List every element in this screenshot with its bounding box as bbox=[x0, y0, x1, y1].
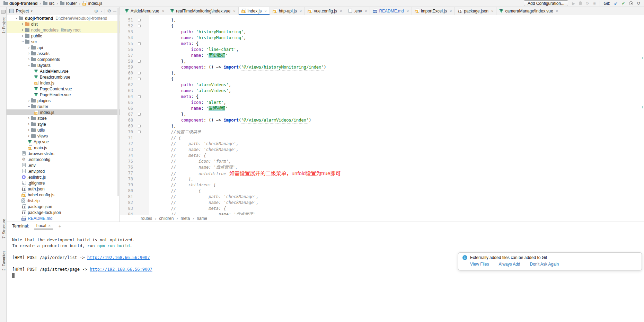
tree-item-readme-md[interactable]: MDREADME.md bbox=[6, 215, 120, 221]
usage-stripe-mark[interactable] bbox=[642, 106, 643, 108]
tab-http-api-js[interactable]: JShttp-api.js× bbox=[270, 7, 305, 15]
add-configuration-button[interactable]: Add Configuration... bbox=[524, 0, 568, 6]
tool-strip-favorites[interactable]: 2: Favorites bbox=[0, 251, 6, 270]
tab-asidemenu-vue[interactable]: AsideMenu.vue× bbox=[122, 7, 167, 15]
fold-marker-icon[interactable] bbox=[138, 113, 141, 116]
tree-item-app-vue[interactable]: App.vue bbox=[6, 139, 120, 145]
tab-importexcel-js[interactable]: JSimportExcel.js× bbox=[412, 7, 455, 15]
chevron-right-icon[interactable]: › bbox=[26, 98, 31, 103]
tree-item-store[interactable]: ›store bbox=[6, 115, 120, 121]
notification-action-don-t-ask-again[interactable]: Don't Ask Again bbox=[530, 262, 559, 267]
tree-item-pagecontent-vue[interactable]: PageContent.vue bbox=[6, 86, 120, 92]
project-scrollbar[interactable] bbox=[117, 8, 119, 196]
tab-close-icon[interactable]: × bbox=[233, 9, 235, 13]
fold-marker-icon[interactable] bbox=[138, 19, 141, 21]
tree-item-asidemenu-vue[interactable]: AsideMenu.vue bbox=[6, 68, 120, 74]
chevron-right-icon[interactable]: › bbox=[26, 134, 31, 138]
tab-close-icon[interactable]: × bbox=[340, 9, 342, 13]
fold-marker-icon[interactable] bbox=[138, 60, 141, 63]
tab-close-icon[interactable]: × bbox=[162, 9, 164, 13]
chevron-right-icon[interactable]: › bbox=[26, 51, 31, 56]
usage-stripe-mark[interactable] bbox=[642, 57, 643, 59]
tree-item-env-prod[interactable]: .env.prod bbox=[6, 168, 120, 174]
fold-marker-icon[interactable] bbox=[138, 131, 141, 133]
chevron-down-icon[interactable]: › bbox=[27, 104, 31, 109]
chevron-down-icon[interactable]: › bbox=[27, 63, 31, 68]
tree-item-breadcrumb-vue[interactable]: Breadcrumb.vue bbox=[6, 74, 120, 80]
tab-close-icon[interactable]: × bbox=[407, 9, 409, 13]
tab-close-icon[interactable]: × bbox=[264, 9, 266, 13]
notification-action-always-add[interactable]: Always Add bbox=[499, 262, 520, 267]
tree-item-views[interactable]: ›views bbox=[6, 133, 120, 139]
stop-icon[interactable]: ■ bbox=[593, 1, 596, 6]
breadcrumb-item-router[interactable]: router bbox=[60, 1, 77, 6]
run-with-coverage-icon[interactable]: ⟳ bbox=[586, 1, 589, 6]
tree-item-utils[interactable]: ›utils bbox=[6, 127, 120, 133]
code-editor[interactable]: 5152535455565758596061626364656667686970… bbox=[120, 15, 644, 215]
tool-strip-project[interactable]: 1: Project bbox=[0, 17, 6, 33]
tree-item-dist[interactable]: ›dist bbox=[6, 21, 120, 27]
tree-item-main-js[interactable]: JSmain.js bbox=[6, 145, 120, 151]
tree-item-babel-config-js[interactable]: JSbabel.config.js bbox=[6, 192, 120, 198]
tree-item-auth-json[interactable]: {}auth.json bbox=[6, 186, 120, 192]
fold-marker-icon[interactable] bbox=[138, 95, 141, 98]
tree-item-layouts[interactable]: ›layouts bbox=[6, 62, 120, 68]
locate-file-icon[interactable]: ⊕ bbox=[94, 9, 98, 13]
terminal-tab-local[interactable]: Local × bbox=[34, 222, 53, 230]
chevron-right-icon[interactable]: › bbox=[26, 122, 31, 126]
tab-realtimemonitoring-index-vue[interactable]: realTimeMonitoring\index.vue× bbox=[167, 7, 238, 15]
run-icon[interactable]: ▶ bbox=[572, 1, 575, 6]
chevron-right-icon[interactable]: › bbox=[20, 34, 25, 38]
fold-marker-icon[interactable] bbox=[138, 42, 141, 45]
tab-close-icon[interactable]: × bbox=[365, 9, 367, 13]
tab-vue-config-js[interactable]: JSvue.config.js× bbox=[305, 7, 345, 15]
tab-package-json[interactable]: {}package.json× bbox=[455, 7, 496, 15]
breadcrumb-item-src[interactable]: src bbox=[43, 1, 54, 6]
tree-item-components[interactable]: ›components bbox=[6, 56, 120, 62]
terminal-link[interactable]: http://192.168.66.56:9007 bbox=[87, 255, 150, 260]
editor-breadcrumb-name[interactable]: name bbox=[197, 216, 207, 221]
chevron-down-icon[interactable]: › bbox=[20, 39, 25, 44]
editor-breadcrumb-meta[interactable]: meta bbox=[180, 216, 190, 221]
tree-item-eslintrc-js[interactable]: .eslintrc.js bbox=[6, 174, 120, 180]
tree-item-gitignore[interactable]: ⊘.gitignore bbox=[6, 180, 120, 186]
editor-breadcrumb-routes[interactable]: routes bbox=[141, 216, 152, 221]
chevron-right-icon[interactable]: › bbox=[26, 57, 31, 62]
tree-item-assets[interactable]: ›assets bbox=[6, 51, 120, 56]
tab-readme-md[interactable]: MDREADME.md× bbox=[370, 7, 412, 15]
code-area[interactable]: }, { path: 'historyMonitoring', name: 'h… bbox=[151, 17, 642, 215]
tab-close-icon[interactable]: × bbox=[556, 9, 558, 13]
tree-item-router[interactable]: ›router bbox=[6, 104, 120, 109]
tree-item-api[interactable]: ›api bbox=[6, 45, 120, 51]
project-view-selector[interactable]: Project bbox=[16, 9, 29, 14]
hide-panel-icon[interactable]: ─ bbox=[113, 9, 116, 13]
history-icon[interactable] bbox=[629, 1, 633, 5]
tree-item-index-js[interactable]: JSindex.js bbox=[6, 109, 120, 115]
tree-item-index-js[interactable]: JSindex.js bbox=[6, 80, 120, 86]
tree-item-src[interactable]: ›src bbox=[6, 39, 120, 45]
tree-item-package-json[interactable]: {}package.json bbox=[6, 204, 120, 209]
gear-icon[interactable]: ⚙ bbox=[107, 9, 111, 13]
git-update-icon[interactable]: ↙ bbox=[614, 1, 618, 6]
editor-breadcrumb-children[interactable]: children bbox=[159, 216, 174, 221]
tool-strip-structure[interactable]: 7: Structure bbox=[0, 219, 6, 239]
chevron-down-icon[interactable]: › bbox=[14, 16, 19, 21]
rollback-icon[interactable]: ↺ bbox=[637, 1, 641, 6]
fold-marker-icon[interactable] bbox=[138, 78, 141, 80]
tab-close-icon[interactable]: × bbox=[450, 9, 452, 13]
close-icon[interactable]: × bbox=[48, 224, 50, 228]
tree-item-pageheader-vue[interactable]: PageHeader.vue bbox=[6, 92, 120, 98]
new-terminal-icon[interactable]: + bbox=[59, 223, 61, 229]
collapse-all-icon[interactable]: ÷ bbox=[100, 9, 103, 13]
fold-marker-icon[interactable] bbox=[138, 125, 141, 127]
git-commit-icon[interactable]: ✓ bbox=[621, 1, 625, 6]
breadcrumb-item-index-js[interactable]: JSindex.js bbox=[82, 1, 103, 6]
tree-item-node-modules[interactable]: ›node_moduleslibrary root bbox=[6, 27, 120, 33]
breadcrumb-item-duoji-frontend[interactable]: duoji-frontend bbox=[3, 1, 37, 6]
chevron-down-icon[interactable]: ▾ bbox=[31, 9, 33, 13]
tab-close-icon[interactable]: × bbox=[491, 9, 493, 13]
tab-cameramanage-index-vue[interactable]: cameraManage\index.vue× bbox=[496, 7, 561, 15]
notification-action-view-files[interactable]: View Files bbox=[470, 262, 489, 267]
tree-item-public[interactable]: ›public bbox=[6, 33, 120, 39]
fold-marker-icon[interactable] bbox=[138, 25, 141, 27]
